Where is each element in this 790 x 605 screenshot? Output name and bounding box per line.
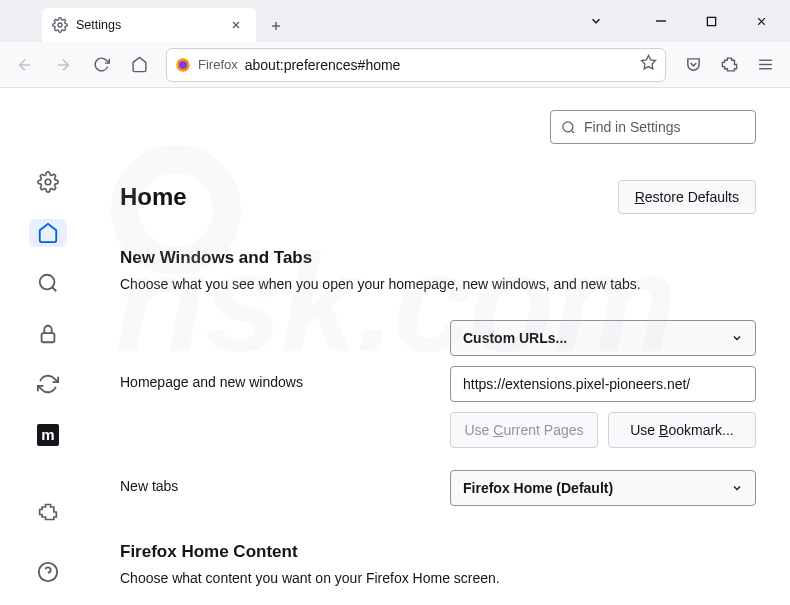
close-window-button[interactable] [738, 4, 784, 38]
newtabs-label: New tabs [120, 470, 450, 494]
tabs-dropdown-button[interactable] [578, 4, 614, 38]
extensions-button[interactable] [712, 48, 746, 82]
toolbar: Firefox about:preferences#home [0, 42, 790, 88]
reload-button[interactable] [84, 48, 118, 82]
sidebar-privacy[interactable] [29, 320, 67, 349]
restore-defaults-button[interactable]: Restore Defaults [618, 180, 756, 214]
sidebar-sync[interactable] [29, 370, 67, 399]
menu-button[interactable] [748, 48, 782, 82]
svg-point-12 [179, 61, 187, 69]
homepage-label: Homepage and new windows [120, 366, 450, 390]
m-icon: m [37, 424, 59, 446]
gear-icon [52, 17, 68, 33]
homepage-url-input[interactable] [450, 366, 756, 402]
svg-rect-6 [707, 17, 715, 25]
close-icon[interactable] [226, 15, 246, 35]
newtabs-select-value: Firefox Home (Default) [463, 480, 613, 496]
active-tab[interactable]: Settings [42, 8, 256, 42]
firefox-logo-icon [175, 57, 191, 73]
settings-sidebar: m [0, 88, 96, 605]
svg-line-19 [52, 288, 56, 292]
new-tab-button[interactable] [260, 10, 292, 42]
back-button[interactable] [8, 48, 42, 82]
address-url: about:preferences#home [245, 57, 633, 73]
tab-bar: Settings [0, 0, 790, 42]
chevron-down-icon [731, 482, 743, 494]
sidebar-extensions[interactable] [29, 493, 67, 531]
use-current-pages-button[interactable]: Use Current Pages [450, 412, 598, 448]
search-placeholder: Find in Settings [584, 119, 681, 135]
svg-point-17 [45, 180, 51, 186]
svg-point-0 [58, 23, 62, 27]
search-input[interactable]: Find in Settings [550, 110, 756, 144]
homepage-mode-select[interactable]: Custom URLs... [450, 320, 756, 356]
sidebar-search[interactable] [29, 269, 67, 298]
homepage-select-value: Custom URLs... [463, 330, 567, 346]
svg-line-24 [571, 130, 574, 133]
tab-label: Settings [76, 18, 218, 32]
svg-rect-20 [42, 333, 55, 342]
svg-point-18 [40, 275, 55, 290]
section2-desc: Choose what content you want on your Fir… [120, 570, 756, 586]
minimize-button[interactable] [638, 4, 684, 38]
pocket-button[interactable] [676, 48, 710, 82]
bookmark-star-icon[interactable] [640, 54, 657, 75]
sidebar-general[interactable] [29, 168, 67, 197]
address-prefix: Firefox [198, 57, 238, 72]
search-icon [561, 120, 576, 135]
home-button[interactable] [122, 48, 156, 82]
section-title: New Windows and Tabs [120, 248, 756, 268]
page-title: Home [120, 183, 187, 211]
use-bookmark-button[interactable]: Use Bookmark... [608, 412, 756, 448]
sidebar-more[interactable]: m [29, 421, 67, 450]
main-content: Find in Settings Home Restore Defaults N… [96, 88, 790, 605]
svg-point-23 [563, 121, 573, 131]
sidebar-help[interactable] [29, 553, 67, 591]
sidebar-home[interactable] [29, 219, 67, 248]
chevron-down-icon [731, 332, 743, 344]
svg-marker-13 [641, 55, 655, 68]
section2-title: Firefox Home Content [120, 542, 756, 562]
section-desc: Choose what you see when you open your h… [120, 276, 756, 292]
forward-button[interactable] [46, 48, 80, 82]
address-bar[interactable]: Firefox about:preferences#home [166, 48, 666, 82]
maximize-button[interactable] [688, 4, 734, 38]
newtabs-select[interactable]: Firefox Home (Default) [450, 470, 756, 506]
